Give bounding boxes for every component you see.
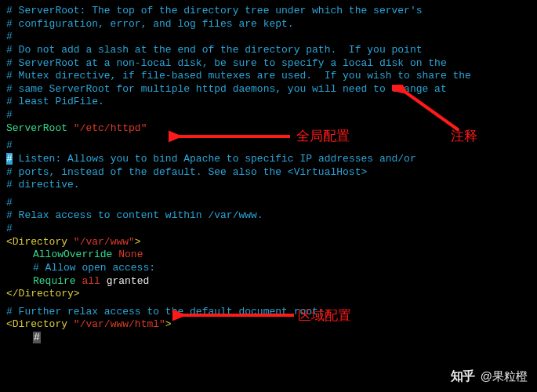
- dir-tag: <Directory: [6, 318, 74, 330]
- dir-tag: <Directory: [6, 236, 74, 248]
- directory-open: <Directory "/var/www/html">: [6, 318, 531, 332]
- comment-line: # ServerRoot at a non-local disk, be sur…: [6, 57, 531, 71]
- zhihu-logo: 知乎: [451, 368, 474, 384]
- watermark-author: @果粒橙: [481, 368, 528, 383]
- comment-line: # configuration, error, and log files ar…: [6, 18, 531, 31]
- comment-line: #: [6, 140, 531, 153]
- serverroot-line: ServerRoot "/etc/httpd": [6, 122, 531, 136]
- dir-tag-close: >: [135, 236, 141, 248]
- comment-line: # ServerRoot: The top of the directory t…: [6, 5, 531, 18]
- require-all: all: [82, 275, 100, 287]
- directory-open: <Directory "/var/www">: [6, 236, 531, 249]
- directive-name: Require: [33, 275, 76, 287]
- cursor: #: [33, 332, 41, 343]
- comment-line: #: [6, 31, 531, 44]
- comment-line: # ports, instead of the default. See als…: [6, 166, 531, 180]
- dir-path: "/var/www": [74, 236, 135, 248]
- comment-line: #: [6, 109, 531, 122]
- comment-line: # Allow open access:: [6, 262, 531, 275]
- require-granted: granted: [107, 275, 150, 287]
- directive-value: None: [118, 249, 143, 260]
- directive-value: "/etc/httpd": [74, 122, 147, 134]
- watermark: 知乎 @果粒橙: [451, 368, 528, 384]
- dir-path: "/var/www/html": [74, 318, 165, 330]
- comment-line: # Mutex directive, if file-based mutexes…: [6, 70, 531, 83]
- require-line: Require all granted: [6, 275, 531, 289]
- comment-line: #: [6, 223, 531, 236]
- comment-text: Listen: Allows you to bind Apache to spe…: [13, 153, 416, 165]
- comment-line: # Listen: Allows you to bind Apache to s…: [6, 153, 531, 166]
- directive-name: ServerRoot: [6, 122, 67, 134]
- directory-close: </Directory>: [6, 288, 531, 301]
- comment-line: # least PidFile.: [6, 96, 531, 109]
- comment-line: # Relax access to content within /var/ww…: [6, 209, 531, 223]
- allow-override-line: AllowOverride None: [6, 249, 531, 262]
- comment-line: # Further relax access to the default do…: [6, 306, 531, 319]
- comment-line: #: [6, 332, 531, 345]
- dir-tag-close: >: [165, 318, 172, 330]
- hash-highlighted: #: [6, 153, 13, 165]
- directive-name: AllowOverride: [33, 249, 112, 260]
- comment-line: # same ServerRoot for multiple httpd dae…: [6, 83, 531, 96]
- comment-line: # Do not add a slash at the end of the d…: [6, 44, 531, 57]
- comment-line: #: [6, 197, 531, 210]
- code-block: # ServerRoot: The top of the directory t…: [6, 5, 531, 345]
- comment-line: # directive.: [6, 179, 531, 192]
